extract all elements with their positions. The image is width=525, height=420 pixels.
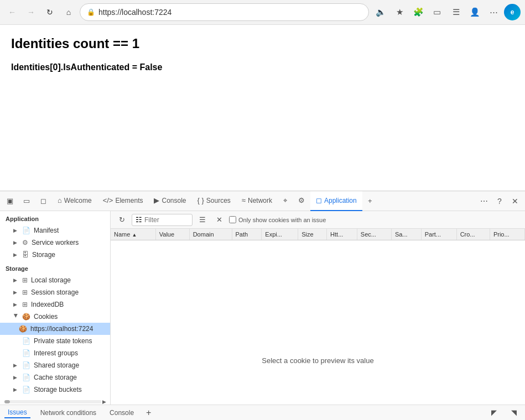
sidebar-item-indexeddb[interactable]: ▶ ⊞ IndexedDB bbox=[0, 298, 110, 311]
devtools-mobile-button[interactable]: ◻ bbox=[35, 193, 51, 209]
forward-button[interactable]: → bbox=[23, 4, 39, 20]
sidebar-item-interest-groups[interactable]: 📄 Interest groups bbox=[0, 347, 110, 359]
home-button[interactable]: ⌂ bbox=[61, 4, 76, 20]
col-expires[interactable]: Expi... bbox=[262, 229, 298, 240]
col-name[interactable]: Name ▲ bbox=[111, 229, 155, 240]
col-cross[interactable]: Cro... bbox=[456, 229, 490, 240]
bottom-right-icon[interactable]: ◥ bbox=[507, 406, 521, 419]
col-domain[interactable]: Domain bbox=[189, 229, 232, 240]
sidebar-item-shared-storage-label: Shared storage bbox=[34, 361, 79, 369]
sidebar-item-manifest[interactable]: ▶ 📄 Manifest bbox=[0, 224, 110, 237]
sidebar-hscroll-track bbox=[10, 400, 101, 403]
bottom-tab-issues[interactable]: Issues bbox=[4, 407, 30, 418]
col-value[interactable]: Value bbox=[155, 229, 189, 240]
sidebar-item-cache-storage[interactable]: ▶ 📄 Cache storage bbox=[0, 371, 110, 384]
application-icon: ◻ bbox=[316, 196, 322, 204]
col-size[interactable]: Size bbox=[298, 229, 327, 240]
tab-performance[interactable]: ⌖ bbox=[278, 191, 293, 211]
filter-input-container[interactable]: ☷ bbox=[132, 214, 193, 226]
service-workers-arrow: ▶ bbox=[13, 240, 19, 245]
tab-sources[interactable]: { } Sources bbox=[192, 191, 236, 211]
sidebar-item-shared-storage[interactable]: ▶ 📄 Shared storage bbox=[0, 359, 110, 371]
col-httponly[interactable]: Htt... bbox=[327, 229, 357, 240]
more-button[interactable]: ⋯ bbox=[485, 4, 502, 20]
tab-welcome[interactable]: ⌂ Welcome bbox=[52, 191, 97, 211]
tab-console-label: Console bbox=[162, 197, 186, 204]
cookie-toolbar: ↻ ☷ ☰ ✕ Only show cookies with an issue bbox=[111, 211, 525, 229]
bottom-tab-network-conditions[interactable]: Network conditions bbox=[37, 408, 100, 418]
reload-button[interactable]: ↻ bbox=[42, 4, 58, 20]
tab-settings-gear[interactable]: ⚙ bbox=[293, 191, 310, 211]
tab-welcome-label: Welcome bbox=[64, 197, 92, 204]
local-storage-icon: ⊞ bbox=[22, 276, 28, 284]
devtools-help-button[interactable]: ? bbox=[492, 193, 507, 209]
collections-button[interactable]: ☰ bbox=[448, 4, 464, 20]
devtools-more-button[interactable]: ⋯ bbox=[476, 193, 492, 209]
browser-toolbar: ← → ↻ ⌂ 🔒 https://localhost:7224 🔈 ★ 🧩 ▭… bbox=[0, 0, 525, 24]
sidebar-hscroll[interactable]: ▶ bbox=[0, 399, 107, 405]
cookies-arrow: ▶ bbox=[13, 314, 19, 319]
tab-network-label: Network bbox=[248, 197, 272, 204]
lock-icon: 🔒 bbox=[87, 8, 95, 16]
pst-icon: 📄 bbox=[22, 337, 30, 345]
sidebar-item-service-workers[interactable]: ▶ ⚙ Service workers bbox=[0, 237, 110, 249]
storage-icon: 🗄 bbox=[22, 251, 29, 259]
page-heading: Identities count == 1 bbox=[11, 36, 514, 51]
extensions-button[interactable]: 🧩 bbox=[410, 4, 427, 20]
address-bar[interactable]: 🔒 https://localhost:7224 bbox=[80, 3, 369, 21]
tab-console[interactable]: ▶ Console bbox=[148, 191, 191, 211]
sidebar-scroll-right[interactable]: ▶ bbox=[101, 399, 107, 405]
back-button[interactable]: ← bbox=[4, 4, 20, 20]
sidebar-button[interactable]: ▭ bbox=[429, 4, 445, 20]
devtools-dock-button[interactable]: ▭ bbox=[19, 193, 34, 209]
filter-input[interactable] bbox=[144, 216, 189, 224]
toolbar-icons: 🔈 ★ 🧩 ▭ ☰ 👤 ⋯ e bbox=[372, 4, 521, 20]
sidebar-item-cookies-localhost[interactable]: 🍪 https://localhost:7224 bbox=[0, 323, 110, 335]
col-partitioned[interactable]: Part... bbox=[421, 229, 456, 240]
col-priority[interactable]: Prio... bbox=[490, 229, 524, 240]
cookies-data-table: Name ▲ Value Domain Path Expi... Size Ht… bbox=[111, 229, 525, 240]
manifest-arrow: ▶ bbox=[13, 228, 19, 233]
bottom-left-icon[interactable]: ◤ bbox=[487, 406, 501, 419]
devtools-close-button[interactable]: ✕ bbox=[507, 193, 523, 209]
sidebar-item-session-storage-label: Session storage bbox=[31, 288, 79, 296]
read-aloud-button[interactable]: 🔈 bbox=[372, 4, 389, 20]
delete-button[interactable]: ✕ bbox=[212, 213, 226, 227]
sidebar-item-private-state-tokens[interactable]: 📄 Private state tokens bbox=[0, 335, 110, 347]
ig-icon: 📄 bbox=[22, 349, 30, 357]
col-path[interactable]: Path bbox=[232, 229, 262, 240]
favorites-button[interactable]: ★ bbox=[391, 4, 408, 20]
only-issues-checkbox[interactable] bbox=[229, 216, 236, 223]
bottom-tab-console[interactable]: Console bbox=[106, 408, 137, 418]
devtools-inspect-button[interactable]: ▣ bbox=[2, 193, 18, 209]
elements-icon: </> bbox=[103, 196, 113, 204]
col-samesite[interactable]: Sa... bbox=[391, 229, 421, 240]
session-storage-icon: ⊞ bbox=[22, 288, 28, 296]
sidebar-item-indexeddb-label: IndexedDB bbox=[31, 301, 64, 308]
cookie-select-message: Select a cookie to preview its value bbox=[111, 317, 525, 405]
sidebar-item-cookies[interactable]: ▶ 🍪 Cookies bbox=[0, 311, 110, 323]
profile-button[interactable]: 👤 bbox=[466, 4, 483, 20]
sidebar-item-storage[interactable]: ▶ 🗄 Storage bbox=[0, 249, 110, 261]
clear-filter-button[interactable]: ☰ bbox=[196, 213, 209, 227]
sidebar-section-application: Application bbox=[0, 211, 110, 224]
tab-application[interactable]: ◻ Application bbox=[310, 191, 362, 211]
col-secure[interactable]: Sec... bbox=[357, 229, 391, 240]
main-content: Identities count == 1 Identities[0].IsAu… bbox=[0, 25, 525, 420]
tab-elements[interactable]: </> Elements bbox=[97, 191, 149, 211]
sidebar-item-local-storage[interactable]: ▶ ⊞ Local storage bbox=[0, 274, 110, 286]
refresh-button[interactable]: ↻ bbox=[115, 213, 128, 227]
sidebar-item-cache-storage-label: Cache storage bbox=[34, 374, 77, 381]
tab-network[interactable]: ≈ Network bbox=[236, 191, 278, 211]
ss-icon: 📄 bbox=[22, 361, 30, 369]
only-issues-checkbox-label[interactable]: Only show cookies with an issue bbox=[229, 216, 326, 223]
sidebar-hscroll-thumb bbox=[4, 400, 10, 403]
sidebar-item-storage-buckets-label: Storage buckets bbox=[34, 386, 82, 393]
bottom-add-button[interactable]: + bbox=[144, 407, 153, 419]
performance-icon: ⌖ bbox=[283, 196, 287, 205]
cookie-select-text: Select a cookie to preview its value bbox=[262, 356, 373, 365]
sidebar-item-session-storage[interactable]: ▶ ⊞ Session storage bbox=[0, 286, 110, 298]
add-tab-button[interactable]: + bbox=[362, 193, 378, 209]
indexeddb-arrow: ▶ bbox=[13, 302, 19, 307]
sidebar-item-storage-buckets[interactable]: ▶ 📄 Storage buckets bbox=[0, 384, 110, 396]
